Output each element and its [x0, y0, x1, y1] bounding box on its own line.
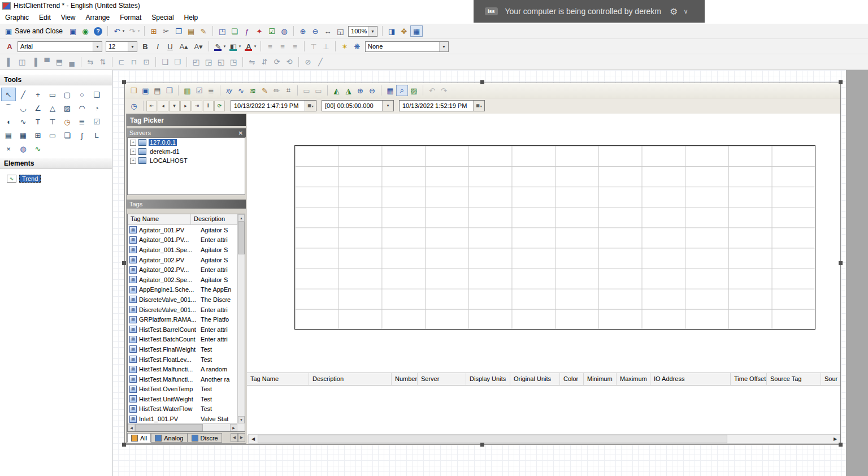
line-color-icon[interactable]: ✎	[212, 41, 224, 52]
freehand-tool[interactable]: ∿	[16, 115, 31, 128]
save-icon[interactable]: ▣	[140, 85, 151, 96]
tags-horizontal-scrollbar[interactable]: ◀ ▶	[128, 423, 237, 431]
same-height-icon[interactable]: ⊓	[128, 57, 140, 68]
menu-item[interactable]: Special	[146, 12, 179, 23]
magnifier-icon[interactable]: ⌕	[396, 85, 408, 96]
align-text-center-icon[interactable]: ≡	[276, 41, 289, 52]
space-vertical-icon[interactable]: ⇅	[97, 57, 109, 68]
scrollbar-thumb[interactable]	[135, 424, 203, 431]
combo-box-tool[interactable]: ▤	[1, 128, 16, 142]
grow-font-icon[interactable]: A▴	[176, 41, 191, 52]
select-tool[interactable]: ↖	[1, 88, 16, 101]
fill-color-icon[interactable]: ◧	[227, 41, 240, 52]
hv-line-tool[interactable]: +	[31, 88, 45, 101]
selection-handle-n[interactable]	[480, 80, 484, 84]
grid-column-header[interactable]: Maximum	[617, 373, 650, 385]
tag-row[interactable]: ▤ HistTest.WaterFlow Test	[128, 404, 237, 414]
menu-item[interactable]: Graphic	[0, 12, 34, 23]
grid-column-header[interactable]: Number	[392, 373, 418, 385]
menu-item[interactable]: View	[56, 12, 81, 23]
redo-dropdown[interactable]: ▾	[136, 25, 141, 37]
statistics-icon[interactable]: ≣	[205, 85, 217, 96]
bold-button[interactable]: B	[139, 41, 151, 52]
end-time-field[interactable]: 10/13/2022 1:52:19 PM ▦▾	[399, 100, 485, 111]
zoom-in-icon[interactable]: ⊕	[297, 25, 309, 37]
zoom-out-icon[interactable]: ⊖	[309, 25, 322, 37]
copy-icon[interactable]: ❐	[163, 85, 175, 96]
closed-curve-tool[interactable]: ◡	[16, 101, 31, 115]
space-horizontal-icon[interactable]: ⇆	[84, 57, 97, 68]
expand-icon[interactable]	[130, 149, 136, 155]
textbox-tool[interactable]: ⊤	[45, 115, 60, 128]
curve-tool[interactable]: ⌒	[1, 101, 16, 115]
server-item-derekm-d1[interactable]: derekm-d1	[128, 147, 245, 156]
rectangle-tool[interactable]: ▭	[45, 88, 60, 101]
tag-row[interactable]: ▤ DiscreteValve_001... Enter attri	[128, 305, 237, 315]
save-and-close-button[interactable]: ▣ Save and Close	[3, 27, 67, 36]
font-properties-icon[interactable]: A	[3, 41, 16, 52]
undo-icon[interactable]: ↶	[426, 85, 438, 96]
scroll-left-icon[interactable]: ◀	[128, 424, 135, 431]
multi-axis-icon[interactable]: ≋	[247, 85, 259, 96]
tag-row[interactable]: ▤ Inlet1_001.PV Valve Stat	[128, 414, 237, 423]
server-item-127-0-0-1[interactable]: 127.0.0.1	[128, 138, 245, 147]
snapshot-icon[interactable]: ▨	[408, 85, 420, 96]
image-tool[interactable]: ▨	[60, 101, 75, 115]
expand-icon[interactable]	[130, 140, 136, 146]
align-text-right-icon[interactable]: ≡	[289, 41, 301, 52]
ungroup-icon[interactable]: ❒	[171, 57, 184, 68]
validate-icon[interactable]: ☑	[266, 25, 278, 37]
placeholder-a-icon[interactable]: ▭	[301, 85, 313, 96]
symbol-wizard-icon[interactable]: ◳	[216, 25, 228, 37]
tag-row[interactable]: ▤ HistTest.OvenTemp Test	[128, 384, 237, 395]
chord-tool[interactable]: ◖	[1, 115, 16, 128]
rubber-band-icon[interactable]: ⌗	[283, 85, 294, 96]
tag-picker-toggle-icon[interactable]: ▥	[181, 85, 193, 96]
tag-row[interactable]: ▤ HistTest.FinalWeight Test	[128, 344, 237, 354]
format-painter-icon[interactable]: ✎	[197, 25, 210, 37]
frame-tool[interactable]: ❏	[60, 128, 75, 142]
selection-handle-se[interactable]	[839, 443, 843, 447]
copy-icon[interactable]: ❐	[172, 25, 185, 37]
selection-handle-s[interactable]	[480, 443, 484, 447]
eraser-icon[interactable]: ✏	[271, 85, 283, 96]
tag-row[interactable]: ▤ Agitator_001.PV Agitator S	[128, 225, 237, 235]
text-color-icon[interactable]: A	[242, 41, 255, 52]
italic-button[interactable]: I	[151, 41, 164, 52]
refresh-icon[interactable]: ⟳	[214, 101, 225, 111]
grid-column-header[interactable]: Server	[418, 373, 466, 385]
trend-tool[interactable]: ∿	[31, 142, 45, 155]
start-time-field[interactable]: 10/13/2022 1:47:19 PM ▦▾	[231, 100, 316, 111]
rotate-cw-icon[interactable]: ⟳	[271, 57, 283, 68]
same-size-icon[interactable]: ⊡	[140, 57, 153, 68]
tab-discrete[interactable]: Discre	[188, 433, 222, 443]
tab-scroll-right-icon[interactable]: ▶	[238, 433, 245, 442]
clock-tool[interactable]: ◷	[60, 115, 75, 128]
tag-row[interactable]: ▤ AppEngine1.Sche... The AppEn	[128, 285, 237, 295]
tag-row[interactable]: ▤ HistTest.BarrelCount Enter attri	[128, 324, 237, 335]
grid-column-header[interactable]: Display Units	[466, 373, 510, 385]
help-icon[interactable]: ?	[94, 27, 102, 36]
selection-handle-ne[interactable]	[839, 80, 843, 84]
polygon-tool[interactable]: △	[45, 101, 60, 115]
polyline-tool[interactable]: ∠	[31, 101, 45, 115]
paste-icon[interactable]: ▤	[185, 25, 197, 37]
design-canvas[interactable]: ❒ ▣ ▤ ❐ ▥ ☑ ≣ xy	[112, 70, 846, 476]
connector-tool[interactable]: L	[89, 128, 104, 142]
pan-icon[interactable]: ✥	[398, 25, 410, 37]
font-name-select[interactable]: Arial ▼	[18, 41, 102, 52]
zoom-previous-icon[interactable]: ◭	[331, 85, 342, 96]
trend-control[interactable]: ❒ ▣ ▤ ❐ ▥ ☑ ≣ xy	[124, 83, 841, 445]
underline-button[interactable]: U	[164, 41, 176, 52]
align-lefts-icon[interactable]: ▌	[3, 57, 16, 68]
tag-row[interactable]: ▤ HistTest.BatchCount Enter attri	[128, 335, 237, 345]
grid-column-header[interactable]: Color	[560, 373, 584, 385]
placeholder-b-icon[interactable]: ▭	[313, 85, 324, 96]
chevron-down-icon[interactable]: ∨	[683, 8, 688, 15]
bring-forward-icon[interactable]: ◱	[215, 57, 227, 68]
flip-horizontal-icon[interactable]: ⇋	[246, 57, 258, 68]
chart-area[interactable]	[247, 114, 840, 373]
grid-column-header[interactable]: Description	[309, 373, 392, 385]
tab-analog[interactable]: Analog	[151, 433, 187, 443]
tag-row[interactable]: ▤ HistTest.FloatLev... Test	[128, 354, 237, 365]
